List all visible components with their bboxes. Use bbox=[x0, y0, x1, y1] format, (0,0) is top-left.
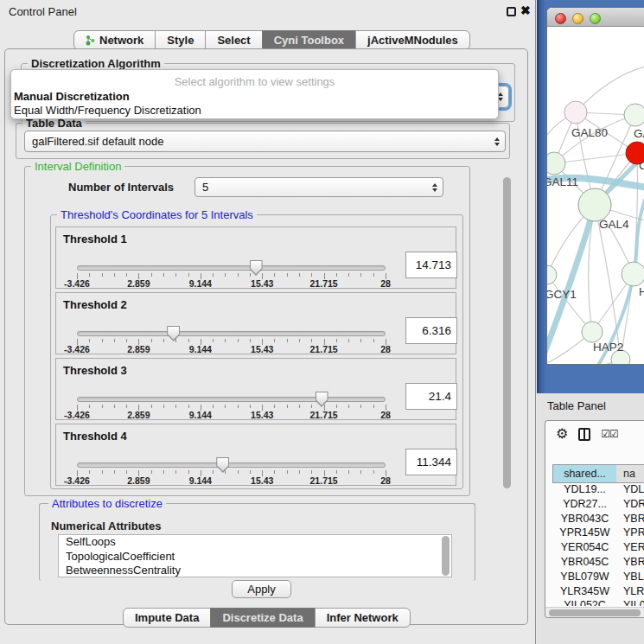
table-row[interactable]: YBL079WYBL07 bbox=[552, 571, 644, 585]
thresholds-group-title: Threshold's Coordinates for 5 Intervals bbox=[57, 208, 257, 221]
network-node-GAL4[interactable] bbox=[578, 188, 611, 221]
threshold-panel-1: Threshold 1-3.4262.8599.14415.4321.71528… bbox=[55, 226, 456, 289]
threshold-slider-track[interactable] bbox=[77, 265, 386, 271]
cell-shared-name[interactable]: YBL079W bbox=[552, 571, 617, 585]
interval-definition-title: Interval Definition bbox=[31, 160, 124, 173]
threshold-value-field[interactable]: 6.316 bbox=[405, 317, 457, 344]
zoom-traffic-light-icon[interactable] bbox=[590, 13, 601, 24]
table-row[interactable]: YBR045CYBR04 bbox=[552, 556, 644, 571]
column-header-shared-name[interactable]: shared... bbox=[552, 464, 617, 483]
network-node-label: GCY1 bbox=[547, 288, 577, 301]
network-window-titlebar[interactable] bbox=[547, 8, 644, 27]
table-data-combobox[interactable]: galFiltered.sif default node bbox=[24, 131, 506, 152]
cell-name[interactable]: YIL05 bbox=[617, 599, 644, 606]
table-row[interactable]: YLR345WYLR34 bbox=[552, 585, 644, 600]
tab-cyni-toolbox[interactable]: Cyni Toolbox bbox=[262, 30, 356, 50]
tab-jactivemnodules[interactable]: jActiveMNodules bbox=[355, 30, 470, 50]
table-data-value: galFiltered.sif default node bbox=[32, 135, 163, 148]
cell-name[interactable]: YPR14 bbox=[617, 526, 644, 541]
cell-shared-name[interactable]: YBR045C bbox=[552, 556, 617, 571]
table-row[interactable]: YPR145WYPR14 bbox=[552, 526, 644, 541]
tab-select[interactable]: Select bbox=[205, 30, 262, 50]
network-node-GCY1[interactable] bbox=[547, 265, 557, 284]
cell-name[interactable]: YLR34 bbox=[617, 585, 644, 600]
table-row[interactable]: YIL052CYIL05 bbox=[552, 599, 644, 606]
attribute-list-item[interactable]: BetweennessCentrality bbox=[59, 564, 451, 577]
network-node-label: GAL80 bbox=[571, 126, 608, 139]
table-rows: YDL19...YDL19YDR27...YDR27YBR043CYBR04YP… bbox=[552, 483, 644, 606]
tab-style[interactable]: Style bbox=[155, 30, 206, 50]
attribute-list-item[interactable]: TopologicalCoefficient bbox=[59, 550, 451, 564]
cell-name[interactable]: YER05 bbox=[617, 541, 644, 556]
threshold-value-field[interactable]: 11.344 bbox=[405, 449, 457, 475]
close-traffic-light-icon[interactable] bbox=[555, 13, 566, 24]
threshold-slider-track[interactable] bbox=[77, 331, 386, 336]
cell-shared-name[interactable]: YDR27... bbox=[552, 498, 617, 513]
network-canvas[interactable]: GAL80GACGAL11GAL4GCY1HHAP2 bbox=[547, 27, 644, 365]
gear-icon[interactable]: ⚙ bbox=[556, 427, 568, 441]
apply-button-label: Apply bbox=[247, 583, 276, 596]
column-header-name[interactable]: na bbox=[616, 464, 644, 483]
slider-tick-labels: -3.4262.8599.14415.4321.71528 bbox=[77, 344, 386, 354]
slider-tick-labels: -3.4262.8599.14415.4321.71528 bbox=[77, 475, 386, 486]
top-tab-bar: NetworkStyleSelectCyni ToolboxjActiveMNo… bbox=[74, 30, 470, 50]
cell-shared-name[interactable]: YBR043C bbox=[552, 513, 617, 527]
threshold-slider-track[interactable] bbox=[77, 397, 386, 402]
table-horizontal-scrollbar[interactable] bbox=[545, 607, 644, 617]
table-row[interactable]: YBR043CYBR04 bbox=[552, 513, 644, 527]
number-of-intervals-value: 5 bbox=[202, 181, 208, 194]
attribute-list-item[interactable]: SelfLoops bbox=[59, 535, 451, 550]
bottom-tab-discretize-data[interactable]: Discretize Data bbox=[210, 608, 315, 628]
cell-shared-name[interactable]: YER054C bbox=[552, 541, 617, 556]
tab-label: Infer Network bbox=[327, 611, 399, 624]
number-of-intervals-combobox[interactable]: 5 bbox=[194, 177, 443, 197]
network-edge[interactable] bbox=[554, 115, 635, 163]
control-panel-titlebar: Control Panel ✖ bbox=[0, 0, 536, 22]
table-row[interactable]: YDL19...YDL19 bbox=[552, 483, 644, 498]
minimize-traffic-light-icon[interactable] bbox=[572, 13, 583, 24]
panel-scrollbar-thumb[interactable] bbox=[503, 177, 511, 488]
threshold-label: Threshold 1 bbox=[63, 233, 127, 245]
combo-arrows-icon bbox=[494, 137, 500, 146]
cell-name[interactable]: YDL19 bbox=[617, 483, 644, 498]
network-node-node-top-right[interactable] bbox=[624, 104, 644, 126]
cell-shared-name[interactable]: YLR345W bbox=[552, 585, 617, 600]
table-row[interactable]: YDR27...YDR27 bbox=[552, 498, 644, 513]
cell-name[interactable]: YBR04 bbox=[617, 556, 644, 571]
network-node-GAL80[interactable] bbox=[564, 101, 587, 124]
tab-network[interactable]: Network bbox=[73, 30, 156, 50]
bottom-tab-bar: Impute DataDiscretize DataInfer Network bbox=[124, 608, 411, 628]
table-row[interactable]: YER054CYER05 bbox=[552, 541, 644, 556]
threshold-value-field[interactable]: 21.4 bbox=[405, 383, 457, 410]
network-node-node-H[interactable] bbox=[622, 262, 644, 286]
numerical-attributes-list[interactable]: SelfLoopsTopologicalCoefficientBetweenne… bbox=[58, 534, 452, 577]
network-node-GAL11[interactable] bbox=[547, 152, 565, 175]
attributes-scrollbar-thumb[interactable] bbox=[442, 536, 450, 576]
cell-shared-name[interactable]: YDL19... bbox=[552, 483, 617, 498]
network-node-label: GA bbox=[634, 127, 644, 140]
threshold-value-field[interactable]: 14.713 bbox=[405, 252, 457, 278]
algorithm-dropdown-popup: Select algorithm to view settings Manual… bbox=[10, 69, 499, 119]
cell-shared-name[interactable]: YIL052C bbox=[552, 599, 617, 606]
float-window-icon[interactable] bbox=[507, 7, 516, 16]
bottom-tab-impute-data[interactable]: Impute Data bbox=[123, 608, 211, 628]
apply-button[interactable]: Apply bbox=[232, 580, 291, 598]
control-panel-window: Control Panel ✖ NetworkStyleSelectCyni T… bbox=[0, 0, 536, 644]
cell-shared-name[interactable]: YPR145W bbox=[552, 526, 617, 541]
cell-name[interactable]: YBR04 bbox=[617, 513, 644, 527]
column-layout-icon[interactable] bbox=[578, 428, 590, 441]
numerical-attributes-label: Numerical Attributes bbox=[48, 520, 164, 532]
cell-name[interactable]: YDR27 bbox=[617, 498, 644, 513]
dropdown-item-equal-width[interactable]: Equal Width/Frequency Discretization bbox=[14, 104, 201, 117]
cell-name[interactable]: YBL07 bbox=[617, 571, 644, 585]
dropdown-item-manual-discretization[interactable]: Manual Discretization bbox=[14, 90, 130, 103]
table-hscroll-thumb[interactable] bbox=[549, 609, 641, 616]
close-icon[interactable]: ✖ bbox=[520, 3, 531, 17]
network-node-HAP2[interactable] bbox=[582, 322, 603, 342]
bottom-tab-infer-network[interactable]: Infer Network bbox=[315, 608, 411, 628]
network-node-label: HAP2 bbox=[593, 341, 623, 354]
checkbox-icons[interactable]: ☑☑ bbox=[601, 428, 618, 440]
network-edge[interactable] bbox=[554, 153, 637, 163]
node-table: ⚙ ☑☑ shared... na YDL19...YDL19YDR27...Y… bbox=[545, 420, 644, 618]
threshold-slider-track[interactable] bbox=[77, 462, 386, 468]
